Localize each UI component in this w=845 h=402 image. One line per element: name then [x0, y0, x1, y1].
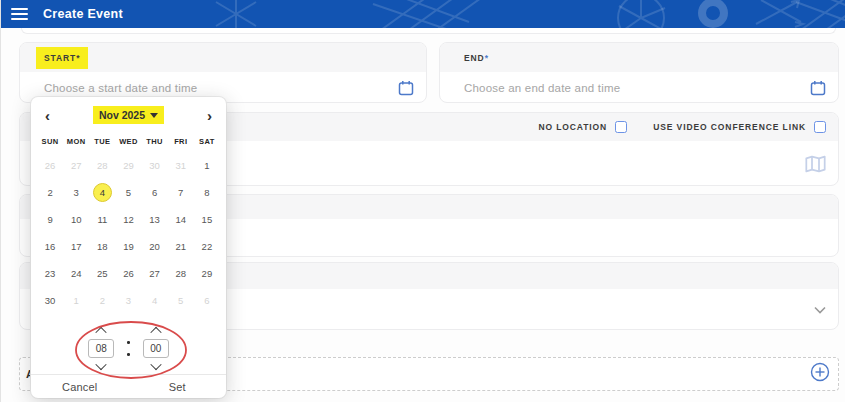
- prev-month-button[interactable]: ‹: [45, 108, 50, 123]
- hour-value[interactable]: 08: [88, 339, 114, 358]
- calendar-day[interactable]: 6: [142, 179, 168, 206]
- minute-down-icon[interactable]: [150, 359, 161, 370]
- calendar-day[interactable]: 30: [37, 287, 63, 314]
- calendar-day[interactable]: 26: [37, 152, 63, 179]
- calendar-day[interactable]: 1: [63, 287, 89, 314]
- calendar-day[interactable]: 2: [89, 287, 115, 314]
- calendar-day[interactable]: 30: [142, 152, 168, 179]
- calendar-day[interactable]: 11: [89, 206, 115, 233]
- calendar-day[interactable]: 19: [115, 233, 141, 260]
- calendar-day[interactable]: 16: [37, 233, 63, 260]
- month-year-label: Nov 2025: [99, 109, 145, 121]
- chevron-down-icon[interactable]: [814, 306, 826, 314]
- calendar-day[interactable]: 20: [142, 233, 168, 260]
- create-event-page: Create Event START* Choose a start date …: [0, 0, 845, 402]
- start-label: START*: [36, 47, 88, 69]
- calendar-day[interactable]: 1: [194, 152, 220, 179]
- next-month-button[interactable]: ›: [207, 108, 212, 123]
- app-header: Create Event: [1, 0, 845, 28]
- dropdown-triangle-icon: [150, 113, 158, 118]
- page-title: Create Event: [43, 7, 123, 21]
- hour-spinner: 08: [88, 327, 114, 370]
- minute-up-icon[interactable]: [150, 327, 161, 338]
- calendar-icon[interactable]: [398, 80, 414, 96]
- calendar-day[interactable]: 2: [37, 179, 63, 206]
- calendar-day[interactable]: 28: [89, 152, 115, 179]
- calendar-day[interactable]: 21: [168, 233, 194, 260]
- calendar-day[interactable]: 18: [89, 233, 115, 260]
- calendar-day[interactable]: 5: [115, 179, 141, 206]
- map-icon[interactable]: [805, 155, 826, 173]
- calendar-day[interactable]: 10: [63, 206, 89, 233]
- hamburger-menu-icon[interactable]: [11, 8, 28, 20]
- calendar-day[interactable]: 25: [89, 260, 115, 287]
- calendar-day[interactable]: 29: [194, 260, 220, 287]
- calendar-day[interactable]: 4: [142, 287, 168, 314]
- end-label: END*: [464, 53, 489, 63]
- calendar-day[interactable]: 29: [115, 152, 141, 179]
- calendar-day[interactable]: 5: [168, 287, 194, 314]
- calendar-day-selected[interactable]: 4: [89, 179, 115, 206]
- use-video-conference-option: USE VIDEO CONFERENCE LINK: [653, 121, 826, 133]
- calendar-day[interactable]: 3: [63, 179, 89, 206]
- calendar-day[interactable]: 22: [194, 233, 220, 260]
- no-location-checkbox[interactable]: [615, 121, 627, 133]
- calendar-day[interactable]: 27: [142, 260, 168, 287]
- calendar-day[interactable]: 6: [194, 287, 220, 314]
- calendar-day[interactable]: 31: [168, 152, 194, 179]
- previous-card-edge: [21, 28, 836, 34]
- picker-actions: Cancel Set: [31, 374, 226, 398]
- calendar-day[interactable]: 7: [168, 179, 194, 206]
- calendar-day[interactable]: 15: [194, 206, 220, 233]
- no-location-label: NO LOCATION: [538, 122, 607, 132]
- calendar-day[interactable]: 24: [63, 260, 89, 287]
- weekday-header: TUE: [89, 133, 115, 152]
- calendar-day[interactable]: 17: [63, 233, 89, 260]
- minute-spinner: 00: [143, 327, 169, 370]
- calendar-day[interactable]: 3: [115, 287, 141, 314]
- calendar-day[interactable]: 27: [63, 152, 89, 179]
- weekday-header: SAT: [194, 133, 220, 152]
- add-button[interactable]: [810, 362, 830, 386]
- weekday-header: THU: [142, 133, 168, 152]
- set-button[interactable]: Set: [129, 375, 227, 398]
- plus-circle-icon[interactable]: [810, 362, 830, 382]
- calendar-grid: 2627282930311234567891011121314151617181…: [31, 152, 226, 314]
- calendar-icon[interactable]: [810, 80, 826, 96]
- calendar-day[interactable]: 12: [115, 206, 141, 233]
- calendar-weekdays: SUNMONTUEWEDTHUFRISAT: [31, 133, 226, 152]
- end-datetime-input[interactable]: Choose an end date and time: [440, 72, 838, 103]
- start-field-card: START* Choose a start date and time: [19, 42, 427, 103]
- minute-value[interactable]: 00: [143, 339, 169, 358]
- end-placeholder: Choose an end date and time: [464, 82, 810, 94]
- time-colon: [127, 341, 130, 355]
- calendar-day[interactable]: 28: [168, 260, 194, 287]
- calendar-day[interactable]: 9: [37, 206, 63, 233]
- no-location-option: NO LOCATION: [538, 121, 627, 133]
- datetime-picker-popup: ‹ Nov 2025 › SUNMONTUEWEDTHUFRISAT 26272…: [31, 97, 226, 398]
- hour-down-icon[interactable]: [96, 359, 107, 370]
- calendar-day[interactable]: 13: [142, 206, 168, 233]
- calendar-day[interactable]: 8: [194, 179, 220, 206]
- hour-up-icon[interactable]: [96, 327, 107, 338]
- use-video-conference-label: USE VIDEO CONFERENCE LINK: [653, 122, 806, 132]
- calendar-day[interactable]: 26: [115, 260, 141, 287]
- start-label-band: START*: [20, 43, 426, 72]
- calendar-nav: ‹ Nov 2025 ›: [31, 97, 226, 126]
- time-picker: 08 00: [31, 327, 226, 370]
- month-year-selector[interactable]: Nov 2025: [93, 106, 164, 124]
- end-label-band: END*: [440, 43, 838, 72]
- cancel-button[interactable]: Cancel: [31, 375, 129, 398]
- calendar-day[interactable]: 14: [168, 206, 194, 233]
- weekday-header: MON: [63, 133, 89, 152]
- weekday-header: SUN: [37, 133, 63, 152]
- start-placeholder: Choose a start date and time: [44, 82, 398, 94]
- weekday-header: WED: [115, 133, 141, 152]
- end-field-card: END* Choose an end date and time: [439, 42, 839, 103]
- use-video-conference-checkbox[interactable]: [814, 121, 826, 133]
- weekday-header: FRI: [168, 133, 194, 152]
- sports-pattern-decoration: [1, 0, 845, 28]
- calendar-day[interactable]: 23: [37, 260, 63, 287]
